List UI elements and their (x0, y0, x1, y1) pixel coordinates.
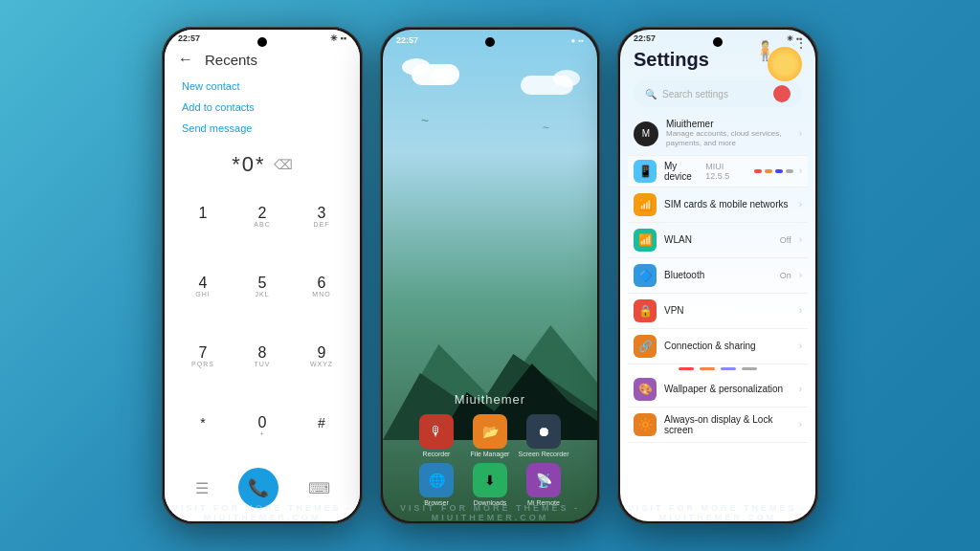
always-on-item[interactable]: 🔆 Always-on display & Lock screen › (628, 408, 808, 443)
dot-orange (765, 169, 772, 173)
wallpaper-arrow: › (799, 384, 802, 394)
call-icon: 📞 (248, 477, 269, 498)
dial-key-1[interactable]: 1 (174, 183, 232, 251)
account-arrow: › (799, 128, 802, 139)
send-message-action[interactable]: Send message (182, 118, 343, 139)
dial-key-9[interactable]: 9WXYZ (293, 322, 350, 390)
vpn-arrow: › (799, 305, 802, 316)
search-icon-settings: 🔍 (645, 89, 657, 99)
dialer-bottom: ☰ 📞 ⌨ (165, 460, 360, 521)
file-glyph: 📂 (482, 424, 499, 439)
dot-blue (775, 169, 783, 173)
add-to-contacts-action[interactable]: Add to contacts (182, 97, 343, 118)
divider-dot-b (721, 367, 736, 370)
dial-key-4[interactable]: 4GHI (174, 253, 232, 320)
app-screen-recorder[interactable]: ⏺ Screen Recorder (521, 414, 567, 457)
app-row-2: 🌐 Browser ⬇ Downloads 📡 Mi Remote (392, 463, 588, 506)
dial-key-star[interactable]: * (174, 392, 232, 460)
vpn-icon: 🔒 (634, 299, 657, 322)
dial-key-7[interactable]: 7PQRS (174, 322, 232, 390)
downloads-glyph: ⬇ (484, 473, 496, 488)
recorder-glyph: 🎙 (430, 424, 443, 439)
device-arrow: › (799, 165, 802, 176)
phone-home: 22:57 ● ▪▪ 〜 〜 (380, 27, 600, 524)
vpn-text: VPN (664, 305, 791, 316)
downloads-icon: ⬇ (473, 463, 507, 497)
app-downloads[interactable]: ⬇ Downloads (467, 463, 513, 506)
phone-dialer: 22:57 ✳ ▪▪ ← Recents New contact Add to … (162, 27, 363, 524)
wlan-text: WLAN (664, 234, 772, 245)
signal-icon-2: ● (570, 36, 575, 45)
keypad-icon[interactable]: ⌨ (308, 479, 330, 497)
delete-icon[interactable]: ⌫ (274, 157, 293, 172)
app-recorder[interactable]: 🎙 Recorder (413, 414, 459, 457)
bt-icon-3: ✳ (787, 34, 793, 43)
connection-item[interactable]: 🔗 Connection & sharing › (628, 329, 808, 364)
wallpaper-icon: 🎨 (634, 378, 657, 401)
wlan-arrow: › (799, 234, 802, 245)
call-button[interactable]: 📞 (238, 468, 278, 508)
device-version: MIUI 12.5.5 (705, 162, 747, 181)
file-manager-icon: 📂 (473, 414, 507, 449)
screen-rec-glyph: ⏺ (537, 424, 550, 439)
connection-title: Connection & sharing (664, 341, 791, 351)
bird-2: 〜 (543, 123, 549, 133)
dialer-header: ← Recents (165, 45, 360, 72)
bluetooth-icon: 🔷 (634, 264, 657, 287)
app-mi-remote[interactable]: 📡 Mi Remote (521, 463, 567, 506)
punch-hole-3 (713, 37, 723, 47)
dial-key-5[interactable]: 5JKL (234, 253, 291, 320)
app-file-manager[interactable]: 📂 File Manager (467, 414, 513, 457)
sim-text: SIM cards & mobile networks (664, 199, 791, 209)
battery-icon-1: ▪▪ (341, 33, 346, 43)
mi-remote-label: Mi Remote (527, 499, 560, 506)
new-contact-action[interactable]: New contact (182, 76, 343, 97)
app-grid: 🎙 Recorder 📂 File Manager ⏺ Screen Recor… (383, 414, 597, 506)
app-browser[interactable]: 🌐 Browser (413, 463, 459, 506)
downloads-label: Downloads (474, 499, 507, 506)
wallpaper-item[interactable]: 🎨 Wallpaper & personalization › (628, 372, 808, 408)
always-on-title: Always-on display & Lock screen (664, 414, 791, 435)
divider-dot-o (700, 367, 715, 370)
mi-remote-icon: 📡 (526, 463, 561, 497)
bluetooth-item[interactable]: 🔷 Bluetooth On › (628, 258, 808, 294)
connection-icon: 🔗 (634, 335, 657, 358)
account-avatar: M (634, 121, 658, 146)
menu-icon[interactable]: ☰ (195, 479, 209, 497)
more-options-button[interactable]: ⋮ (794, 35, 808, 51)
device-right: MIUI 12.5.5 › (705, 162, 802, 181)
settings-search-bar[interactable]: 🔍 Search settings (634, 80, 802, 107)
bluetooth-icon-1: ✳ (330, 33, 338, 43)
account-item[interactable]: M Miuithemer Manage accounts, cloud serv… (628, 113, 808, 156)
dot-gray (786, 169, 793, 173)
settings-figure: 🧍 (753, 39, 777, 62)
vpn-item[interactable]: 🔒 VPN › (628, 294, 808, 329)
device-title: My device (664, 161, 705, 182)
status-time-1: 22:57 (178, 33, 200, 43)
punch-hole-1 (257, 37, 267, 47)
wlan-item[interactable]: 📶 WLAN Off › (628, 223, 808, 258)
account-text: Miuithemer Manage accounts, cloud servic… (666, 119, 791, 149)
bluetooth-value: On (780, 271, 791, 280)
browser-label: Browser (424, 499, 449, 506)
dialer-title: Recents (205, 52, 257, 68)
divider-dot-g (742, 367, 757, 370)
dial-key-3[interactable]: 3DEF (293, 183, 350, 251)
sim-item[interactable]: 📶 SIM cards & mobile networks › (628, 187, 808, 223)
browser-icon: 🌐 (419, 463, 454, 497)
screen-recorder-icon: ⏺ (526, 414, 561, 449)
dial-key-8[interactable]: 8TUV (234, 322, 291, 390)
back-button[interactable]: ← (178, 51, 193, 68)
account-title: Miuithemer (666, 119, 791, 129)
connection-text: Connection & sharing (664, 341, 791, 351)
app-row-1: 🎙 Recorder 📂 File Manager ⏺ Screen Recor… (392, 414, 588, 457)
dial-key-2[interactable]: 2ABC (234, 183, 291, 251)
dialer-display: *0* ⌫ (165, 143, 360, 183)
dial-key-0[interactable]: 0+ (234, 392, 291, 460)
dial-key-6[interactable]: 6MNO (293, 253, 350, 320)
device-icon: 📱 (634, 160, 657, 183)
file-manager-label: File Manager (471, 451, 510, 457)
settings-list: M Miuithemer Manage accounts, cloud serv… (620, 113, 815, 521)
dial-key-hash[interactable]: # (293, 392, 350, 460)
my-device-item[interactable]: 📱 My device MIUI 12.5.5 › (628, 156, 808, 187)
